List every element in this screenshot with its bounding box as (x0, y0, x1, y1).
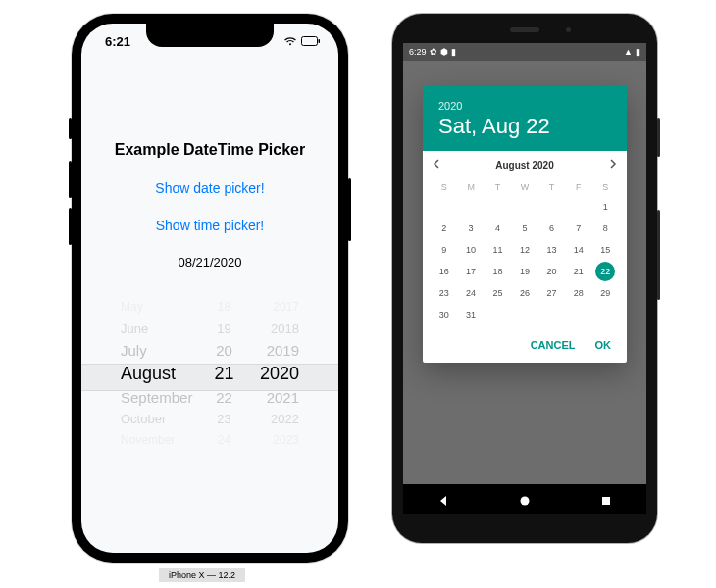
calendar-day[interactable]: 15 (595, 240, 615, 260)
wheel-year[interactable]: 2018 (246, 321, 303, 336)
month-label: August 2020 (495, 160, 553, 171)
back-nav-button[interactable] (437, 493, 449, 505)
wheel-month[interactable]: September (117, 389, 202, 406)
calendar-day[interactable]: 3 (461, 219, 481, 238)
calendar-day[interactable]: 30 (435, 305, 454, 324)
wheel-day[interactable]: 19 (202, 321, 246, 336)
calendar-day[interactable]: 16 (435, 262, 454, 281)
wheel-month[interactable]: November (117, 433, 202, 447)
android-volume-rocker (657, 210, 660, 300)
wheel-year[interactable]: 2022 (246, 412, 303, 426)
wheel-row[interactable]: May182017 (117, 296, 303, 318)
svg-rect-4 (602, 497, 610, 505)
wheel-day[interactable]: 22 (202, 389, 246, 406)
calendar-day[interactable]: 10 (461, 240, 481, 260)
wheel-year[interactable]: 2020 (246, 364, 303, 384)
wheel-row[interactable]: August212020 (117, 361, 303, 386)
calendar-day[interactable]: 1 (595, 197, 615, 217)
calendar-day[interactable]: 17 (461, 262, 481, 281)
wheel-month[interactable]: August (117, 364, 202, 384)
weekday-header: S (431, 178, 457, 196)
calendar-day[interactable]: 13 (541, 240, 561, 260)
weekday-header: T (485, 178, 511, 196)
selected-date-label: 08/21/2020 (81, 255, 338, 270)
calendar-day[interactable]: 11 (488, 240, 508, 260)
bug-icon: ⬢ (440, 47, 448, 57)
calendar-day[interactable]: 4 (488, 219, 508, 238)
wheel-row[interactable]: October232022 (117, 408, 303, 429)
calendar-day[interactable]: 2 (435, 219, 454, 238)
cancel-button[interactable]: CANCEL (531, 339, 576, 351)
android-camera-dot (566, 27, 571, 32)
ok-button[interactable]: OK (595, 339, 612, 351)
header-year[interactable]: 2020 (438, 100, 611, 112)
calendar-day[interactable]: 27 (541, 283, 561, 303)
ios-date-wheel[interactable]: May182017June192018July202019August21202… (81, 287, 338, 460)
iphone-power-button (348, 178, 351, 241)
calendar-day[interactable]: 23 (435, 283, 454, 303)
wheel-year[interactable]: 2019 (246, 342, 303, 359)
prev-month-button[interactable] (427, 159, 446, 171)
calendar-day[interactable]: 19 (515, 262, 535, 281)
show-time-picker-button[interactable]: Show time picker! (81, 218, 338, 233)
wheel-day[interactable]: 20 (202, 342, 246, 359)
iphone-volume-up (69, 161, 72, 198)
wheel-row[interactable]: July202019 (117, 339, 303, 361)
calendar-day[interactable]: 29 (595, 283, 615, 303)
weekday-header: M (457, 178, 484, 196)
calendar-day[interactable]: 26 (515, 283, 535, 303)
home-nav-button[interactable] (519, 493, 531, 505)
calendar-day[interactable]: 20 (541, 262, 561, 281)
svg-rect-2 (303, 38, 316, 44)
wheel-month[interactable]: July (117, 342, 202, 359)
wheel-row[interactable]: September222021 (117, 386, 303, 408)
android-device-frame: 6:29 ✿ ⬢ ▮ ▲ ▮ 2020 Sat, Aug 22 (392, 14, 657, 543)
wheel-month[interactable]: June (117, 321, 202, 336)
calendar-day[interactable]: 22 (595, 262, 615, 281)
iphone-silence-switch (69, 118, 72, 139)
svg-point-3 (520, 497, 529, 506)
calendar-day[interactable]: 8 (595, 219, 615, 238)
next-month-button[interactable] (603, 159, 623, 171)
recents-nav-button[interactable] (600, 493, 612, 505)
wheel-day[interactable]: 21 (202, 364, 246, 384)
wheel-day[interactable]: 24 (202, 433, 246, 447)
calendar-day[interactable]: 24 (461, 283, 481, 303)
wheel-month[interactable]: October (117, 412, 202, 426)
ios-status-time: 6:21 (99, 34, 130, 49)
device-caption: iPhone X — 12.2 (159, 568, 245, 582)
show-date-picker-button[interactable]: Show date picker! (81, 180, 338, 196)
gear-icon: ✿ (430, 47, 437, 57)
wheel-day[interactable]: 23 (202, 412, 246, 426)
calendar-grid: SMTWTFS123456789101112131415161718192021… (423, 178, 627, 329)
android-status-bar: 6:29 ✿ ⬢ ▮ ▲ ▮ (403, 43, 646, 61)
iphone-notch (146, 24, 274, 47)
app-icon: ▮ (451, 47, 456, 57)
calendar-day[interactable]: 6 (541, 219, 561, 238)
battery-icon (301, 36, 321, 46)
calendar-day[interactable]: 5 (515, 219, 535, 238)
wheel-year[interactable]: 2023 (246, 433, 303, 447)
calendar-day[interactable]: 25 (488, 283, 508, 303)
calendar-day[interactable]: 14 (569, 240, 588, 260)
calendar-day[interactable]: 7 (569, 219, 588, 238)
weekday-header: F (565, 178, 591, 196)
wheel-row[interactable]: November242023 (117, 429, 303, 451)
wheel-day[interactable]: 18 (202, 300, 246, 314)
wheel-row[interactable]: June192018 (117, 318, 303, 339)
calendar-day[interactable]: 31 (461, 305, 481, 324)
android-status-time: 6:29 (409, 47, 427, 57)
calendar-day[interactable]: 28 (569, 283, 588, 303)
calendar-day[interactable]: 12 (515, 240, 535, 260)
calendar-day[interactable]: 21 (569, 262, 588, 281)
wheel-year[interactable]: 2017 (246, 300, 303, 314)
calendar-day[interactable]: 9 (435, 240, 454, 260)
calendar-day[interactable]: 18 (488, 262, 508, 281)
header-date[interactable]: Sat, Aug 22 (438, 114, 611, 139)
wheel-month[interactable]: May (117, 300, 202, 314)
chevron-left-icon (433, 159, 440, 169)
weekday-header: S (592, 178, 619, 196)
wheel-year[interactable]: 2021 (246, 389, 303, 406)
chevron-right-icon (609, 159, 617, 169)
date-picker-dialog: 2020 Sat, Aug 22 August 2020 SMTWTFS1234… (423, 86, 627, 363)
